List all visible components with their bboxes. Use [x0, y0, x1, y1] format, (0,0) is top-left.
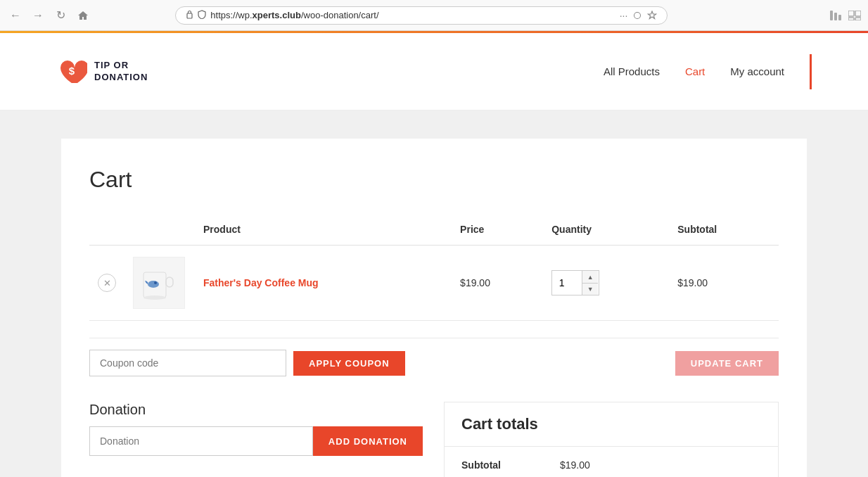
cart-title: Cart: [89, 167, 779, 193]
product-name-link[interactable]: Father's Day Coffee Mug: [203, 277, 319, 288]
remove-item-button[interactable]: ✕: [98, 274, 116, 292]
svg-rect-4: [848, 11, 854, 16]
quantity-arrows: ▲ ▼: [582, 271, 598, 295]
col-image-header: [125, 214, 195, 246]
svg-rect-1: [830, 11, 833, 20]
totals-subtotal-value: $19.00: [560, 459, 590, 471]
back-button[interactable]: ←: [7, 7, 24, 24]
nav-divider: [810, 54, 812, 89]
svg-rect-2: [834, 13, 837, 20]
cart-totals-title: Cart totals: [445, 402, 778, 447]
remove-cell: ✕: [89, 246, 125, 321]
shield-icon: [198, 10, 206, 20]
donation-input[interactable]: [89, 426, 313, 456]
nav-cart[interactable]: Cart: [685, 65, 705, 77]
update-cart-button[interactable]: UPDATE CART: [675, 351, 779, 376]
svg-rect-3: [838, 15, 841, 20]
col-price-header: Price: [452, 214, 543, 246]
nav-my-account[interactable]: My account: [730, 65, 784, 77]
address-bar[interactable]: https://wp.xperts.club/woo-donation/cart…: [175, 6, 668, 25]
table-row: ✕: [89, 246, 779, 321]
svg-rect-0: [187, 13, 192, 18]
svg-rect-10: [166, 277, 173, 287]
totals-subtotal-label: Subtotal: [461, 459, 560, 471]
quantity-down[interactable]: ▼: [582, 283, 598, 295]
svg-point-12: [148, 281, 159, 288]
site-nav: All Products Cart My account: [604, 54, 812, 89]
col-remove-header: [89, 214, 125, 246]
url-text: https://wp.xperts.club/woo-donation/cart…: [210, 10, 615, 20]
browser-toolbar-icons: [830, 11, 861, 20]
quantity-input[interactable]: [552, 273, 582, 293]
price-cell: $19.00: [452, 246, 543, 321]
logo-text: TIP OR DONATION: [94, 60, 148, 84]
donation-label: Donation: [89, 402, 423, 418]
quantity-wrapper: ▲ ▼: [551, 270, 599, 295]
col-product-header: Product: [195, 214, 452, 246]
product-image-cell: [125, 246, 195, 321]
donation-row: ADD DONATION: [89, 426, 423, 456]
browser-url-actions: ···: [620, 10, 658, 21]
cart-container: Cart Product Price Quantity Subtotal ✕: [61, 139, 807, 477]
browser-chrome: ← → ↻ https://wp.xperts.club/woo-donatio…: [0, 0, 868, 31]
svg-text:$: $: [69, 65, 75, 77]
apply-coupon-button[interactable]: APPLY COUPON: [293, 351, 405, 376]
cart-totals: Cart totals Subtotal $19.00: [444, 402, 779, 477]
security-icon: [186, 10, 193, 20]
col-qty-header: Quantity: [543, 214, 669, 246]
logo-icon: $: [56, 56, 87, 87]
subtotal-cell: $19.00: [669, 246, 779, 321]
forward-button[interactable]: →: [30, 7, 46, 24]
svg-rect-5: [855, 11, 861, 16]
mug-image: [138, 262, 180, 304]
svg-rect-6: [848, 18, 854, 20]
bottom-section: Donation ADD DONATION Cart totals Subtot…: [89, 402, 779, 477]
cart-table: Product Price Quantity Subtotal ✕: [89, 214, 779, 321]
coupon-input[interactable]: [89, 350, 286, 376]
logo[interactable]: $ TIP OR DONATION: [56, 56, 148, 87]
svg-point-11: [143, 295, 166, 300]
quantity-up[interactable]: ▲: [582, 271, 598, 283]
coupon-row: APPLY COUPON UPDATE CART: [89, 338, 779, 376]
svg-point-13: [154, 281, 157, 284]
svg-rect-7: [855, 18, 861, 20]
home-button[interactable]: [75, 7, 91, 24]
coupon-left: APPLY COUPON: [89, 350, 405, 376]
product-name-cell: Father's Day Coffee Mug: [195, 246, 452, 321]
product-thumbnail: [133, 257, 185, 309]
site-header: $ TIP OR DONATION All Products Cart My a…: [0, 33, 868, 110]
donation-section: Donation ADD DONATION: [89, 402, 423, 477]
totals-subtotal-row: Subtotal $19.00: [445, 447, 778, 477]
quantity-cell: ▲ ▼: [543, 246, 669, 321]
add-donation-button[interactable]: ADD DONATION: [313, 426, 423, 456]
nav-all-products[interactable]: All Products: [604, 65, 660, 77]
reload-button[interactable]: ↻: [52, 7, 69, 24]
page-background: Cart Product Price Quantity Subtotal ✕: [0, 110, 868, 477]
col-subtotal-header: Subtotal: [669, 214, 779, 246]
